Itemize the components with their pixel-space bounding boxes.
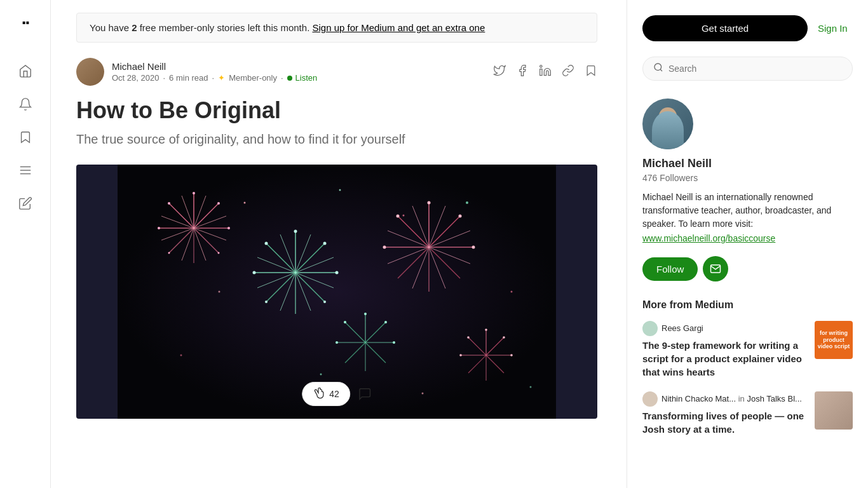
sign-in-link[interactable]: Sign In: [818, 23, 848, 34]
search-box: [642, 57, 853, 81]
write-icon[interactable]: [18, 196, 33, 211]
svg-point-94: [503, 336, 505, 339]
svg-rect-4: [118, 165, 556, 419]
svg-point-82: [393, 341, 395, 344]
notifications-icon[interactable]: [18, 97, 33, 112]
rec-title-2[interactable]: Transforming lives of people — one Josh …: [642, 409, 807, 436]
svg-point-108: [654, 64, 661, 71]
svg-point-83: [344, 321, 346, 323]
svg-point-70: [397, 215, 400, 218]
rec-author-avatar-1: [642, 321, 658, 336]
svg-point-49: [253, 271, 256, 274]
bookmarks-icon[interactable]: [18, 130, 33, 145]
svg-point-46: [336, 271, 339, 274]
facebook-share-icon[interactable]: [516, 64, 529, 79]
rec-author-name-1[interactable]: Rees Gargi: [661, 323, 703, 333]
home-icon[interactable]: [18, 64, 33, 79]
search-input[interactable]: [668, 64, 842, 74]
svg-point-24: [218, 252, 220, 254]
clap-button[interactable]: 42: [302, 382, 350, 406]
medium-logo[interactable]: ∙∙: [22, 13, 29, 33]
hero-image: 42: [76, 165, 597, 419]
article-actions: [493, 64, 597, 79]
follow-row: Follow: [642, 256, 853, 281]
svg-point-99: [339, 189, 341, 191]
comment-button[interactable]: [358, 387, 372, 401]
svg-point-97: [459, 354, 462, 356]
main-content: You have 2 free member-only stories left…: [51, 0, 623, 488]
right-sidebar: Get started Sign In Michael Neill 476 Fo…: [627, 0, 868, 488]
svg-point-50: [265, 301, 268, 303]
rec-author-name-2[interactable]: Nithin Chacko Mat... in Josh Talks Bl...: [661, 394, 802, 403]
sidebar-author-avatar: [642, 98, 693, 149]
member-label: Member-only: [229, 73, 277, 83]
lists-icon[interactable]: [18, 163, 33, 178]
sidebar-nav: [18, 64, 33, 226]
svg-point-93: [485, 329, 487, 331]
svg-point-26: [158, 227, 160, 229]
svg-point-102: [219, 291, 220, 293]
svg-point-107: [530, 386, 532, 388]
more-from-medium-label: More from Medium: [642, 299, 853, 311]
sidebar-author-website[interactable]: www.michaelneill.org/basiccourse: [642, 233, 853, 243]
copy-link-icon[interactable]: [562, 64, 574, 79]
save-icon[interactable]: [585, 64, 597, 79]
author-name[interactable]: Michael Neill: [112, 61, 317, 72]
svg-point-23: [227, 227, 230, 229]
svg-point-105: [422, 393, 424, 395]
svg-point-68: [459, 215, 462, 218]
article-date: Oct 28, 2020: [112, 73, 159, 83]
svg-point-81: [384, 321, 387, 323]
svg-point-96: [467, 336, 470, 339]
listen-button[interactable]: Listen: [287, 73, 318, 83]
svg-point-45: [323, 242, 327, 245]
svg-point-22: [217, 202, 220, 205]
svg-point-98: [244, 202, 246, 204]
article-meta: Oct 28, 2020 · 6 min read · ✦ Member-onl…: [112, 73, 317, 83]
svg-point-27: [168, 252, 170, 254]
banner-count: 2: [132, 22, 137, 33]
svg-point-3: [540, 65, 542, 67]
svg-point-95: [510, 354, 513, 356]
svg-point-44: [294, 230, 297, 233]
svg-point-47: [323, 301, 326, 303]
listen-label: Listen: [295, 73, 318, 83]
avatar[interactable]: [76, 58, 104, 86]
author-info: Michael Neill Oct 28, 2020 · 6 min read …: [76, 58, 317, 86]
svg-point-21: [193, 192, 195, 194]
recommendation-2: Nithin Chacko Mat... in Josh Talks Bl...…: [642, 391, 853, 436]
listen-dot: [287, 76, 292, 81]
svg-point-84: [336, 341, 338, 344]
get-started-button[interactable]: Get started: [642, 15, 808, 41]
banner-text-after: free member-only stories left this month…: [137, 22, 310, 33]
recommendation-1: Rees Gargi The 9-step framework for writ…: [642, 321, 853, 379]
svg-line-109: [660, 69, 662, 71]
svg-point-71: [383, 246, 386, 249]
rec-author-avatar-2: [642, 391, 658, 407]
svg-point-106: [180, 355, 182, 356]
follow-button[interactable]: Follow: [642, 257, 698, 281]
svg-point-67: [428, 201, 431, 205]
svg-point-103: [511, 291, 513, 293]
left-sidebar: ∙∙: [0, 0, 51, 488]
linkedin-share-icon[interactable]: [539, 64, 552, 79]
svg-point-104: [320, 374, 322, 376]
rec-thumb-1: for writing product video script: [815, 321, 853, 359]
membership-banner: You have 2 free member-only stories left…: [76, 13, 597, 43]
svg-point-25: [168, 202, 170, 205]
rec-thumb-2: [815, 391, 853, 430]
article-header: Michael Neill Oct 28, 2020 · 6 min read …: [76, 58, 597, 86]
banner-text-before: You have: [90, 22, 132, 33]
twitter-share-icon[interactable]: [493, 64, 506, 79]
read-time: 6 min read: [169, 73, 208, 83]
sidebar-author-followers: 476 Followers: [642, 173, 853, 183]
banner-signup-link[interactable]: Sign up for Medium and get an extra one: [312, 22, 485, 33]
svg-point-69: [472, 246, 475, 249]
clap-count: 42: [329, 389, 339, 399]
article-subtitle: The true source of originality, and how …: [76, 132, 597, 147]
rec-title-1[interactable]: The 9-step framework for writing a scrip…: [642, 339, 807, 379]
search-icon: [653, 62, 663, 75]
sidebar-author-name[interactable]: Michael Neill: [642, 157, 853, 170]
subscribe-button[interactable]: [703, 256, 728, 281]
top-row: Get started Sign In: [642, 15, 853, 41]
